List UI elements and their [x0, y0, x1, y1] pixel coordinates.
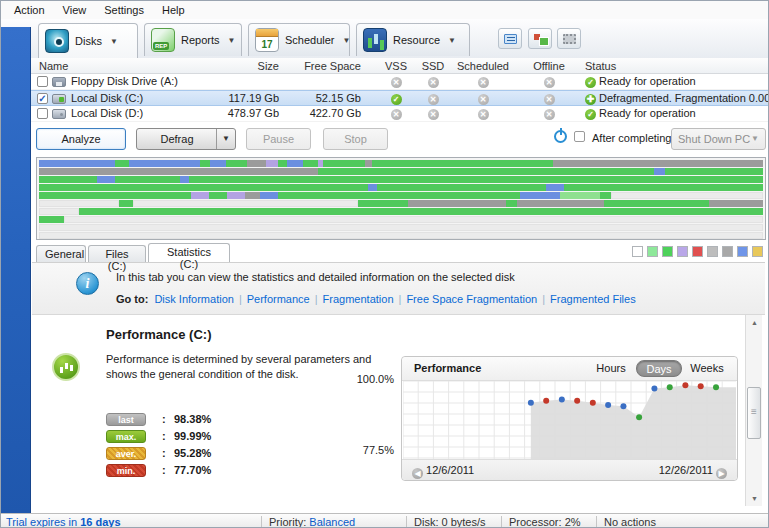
goto-link-disk-information[interactable]: Disk Information [154, 293, 233, 305]
legend-swatch-2[interactable] [662, 246, 673, 257]
defrag-button-label[interactable]: Defrag [137, 129, 217, 149]
floppy-icon [52, 77, 66, 87]
goto-link-free-space-fragmentation[interactable]: Free Space Fragmentation [406, 293, 537, 305]
drive-table: Name Size Free Space VSS SSD Scheduled O… [31, 58, 769, 122]
legend-swatch-6[interactable] [722, 246, 733, 257]
menu-action[interactable]: Action [5, 2, 54, 18]
legend-swatch-5[interactable] [707, 246, 718, 257]
col-vss[interactable]: VSS [383, 60, 409, 72]
period-button-weeks[interactable]: Weeks [684, 360, 730, 377]
not-available-icon: ✕ [478, 109, 489, 120]
y-axis-label-top: 100.0% [342, 373, 394, 385]
c-drive-icon [52, 94, 66, 104]
chevron-down-icon[interactable]: ▼ [228, 36, 236, 45]
goto-link-performance[interactable]: Performance [247, 293, 310, 305]
chevron-down-icon: ▼ [751, 129, 759, 149]
defrag-split-button[interactable]: Defrag ▼ [136, 128, 236, 150]
tab-resource[interactable]: Resource▼ [356, 23, 470, 56]
legend-swatch-1[interactable] [647, 246, 658, 257]
legend-swatch-4[interactable] [692, 246, 703, 257]
not-available-icon: ✕ [391, 109, 402, 120]
col-size[interactable]: Size [249, 60, 279, 72]
not-available-icon: ✕ [391, 77, 402, 88]
drive-free-space: 422.70 Gb [291, 107, 361, 119]
vertical-scrollbar[interactable]: ▲ ▼ [745, 315, 762, 506]
chevron-down-icon[interactable]: ▼ [110, 37, 118, 46]
chevron-down-icon[interactable]: ▼ [343, 36, 351, 45]
pause-button[interactable]: Pause [246, 128, 311, 150]
tab-general[interactable]: General [36, 245, 86, 262]
legend-swatch-8[interactable] [752, 246, 763, 257]
legend-swatch-7[interactable] [737, 246, 748, 257]
cluster-blocks-icon [534, 34, 547, 44]
period-button-hours[interactable]: Hours [588, 360, 634, 377]
scrollbar-thumb[interactable] [747, 387, 761, 439]
disks-gauge-icon [45, 29, 69, 53]
tab-statistics-c[interactable]: Statistics (C:) [148, 243, 230, 262]
goto-link-fragmented-files[interactable]: Fragmented Files [550, 293, 636, 305]
after-completing-select[interactable]: Shut Down PC ▼ [671, 128, 766, 150]
legend-swatch-3[interactable] [677, 246, 688, 257]
menu-settings[interactable]: Settings [95, 2, 153, 18]
period-button-days[interactable]: Days [636, 360, 682, 377]
performance-icon [52, 353, 80, 381]
table-row[interactable]: Floppy Disk Drive (A:)✕✕✕✕✓ Ready for op… [31, 74, 769, 90]
menu-view[interactable]: View [54, 2, 96, 18]
power-icon [554, 130, 567, 143]
menu-bar: ActionViewSettingsHelp [1, 1, 769, 19]
legend-swatch-0[interactable] [632, 246, 643, 257]
col-ssd[interactable]: SSD [420, 60, 446, 72]
check-icon: ✓ [585, 109, 596, 120]
check-icon: ✓ [391, 94, 402, 105]
prev-arrow-icon[interactable]: ◀ [412, 468, 423, 479]
tab-scheduler[interactable]: Scheduler▼ [248, 23, 350, 56]
drive-checkbox[interactable]: ✓ [37, 93, 48, 104]
chart-footer: ◀ 12/6/2011 12/26/2011 ▶ [402, 459, 737, 480]
after-completing-checkbox[interactable] [574, 131, 585, 142]
goto-link-fragmentation[interactable]: Fragmentation [323, 293, 394, 305]
drive-checkbox[interactable] [37, 108, 48, 119]
stat-value-last: 98.38% [174, 413, 211, 425]
disk-speed-status: Disk: 0 bytes/s [414, 516, 486, 528]
tab-files-c[interactable]: Files (C:) [88, 245, 146, 262]
scroll-up-icon[interactable]: ▲ [746, 315, 763, 330]
not-available-icon: ✕ [428, 77, 439, 88]
table-row[interactable]: Local Disk (D:)478.97 Gb422.70 Gb✕✕✕✕✓ R… [31, 106, 769, 122]
chart-header: Performance HoursDaysWeeks [402, 357, 737, 381]
drive-checkbox[interactable] [37, 76, 48, 87]
col-offline[interactable]: Offline [529, 60, 569, 72]
analyze-button[interactable]: Analyze [36, 128, 126, 150]
reports-document-icon [151, 28, 175, 52]
date-range-start: ◀ 12/6/2011 [412, 464, 474, 479]
menu-help[interactable]: Help [153, 2, 194, 18]
table-row[interactable]: ✓Local Disk (C:)117.19 Gb52.15 Gb✓✕✕✕✚ D… [31, 90, 769, 106]
col-name[interactable]: Name [39, 60, 68, 72]
not-available-icon: ✕ [544, 77, 555, 88]
cluster-map-row [39, 160, 763, 167]
cluster-map-row [39, 184, 763, 191]
chevron-down-icon[interactable]: ▼ [448, 36, 456, 45]
drive-size: 117.19 Gb [209, 92, 279, 104]
priority-status: Priority: Balanced [269, 516, 355, 528]
next-arrow-icon[interactable]: ▶ [716, 468, 727, 479]
scroll-down-icon[interactable]: ▼ [746, 491, 763, 506]
not-available-icon: ✕ [428, 109, 439, 120]
cluster-map-row [39, 168, 763, 175]
date-range-end: 12/26/2011 ▶ [659, 464, 727, 479]
tab-reports[interactable]: Reports▼ [144, 23, 242, 56]
info-icon: i [76, 272, 99, 295]
disk-cluster-map[interactable] [36, 157, 766, 240]
report-panel-icon-button[interactable] [498, 28, 522, 49]
drive-size: 478.97 Gb [209, 107, 279, 119]
stat-badge-last: last [106, 413, 146, 426]
settings-gear-icon-button[interactable] [557, 28, 581, 49]
defrag-dropdown-arrow[interactable]: ▼ [216, 129, 235, 149]
cluster-blocks-icon-button[interactable] [528, 28, 552, 49]
col-scheduled[interactable]: Scheduled [455, 60, 511, 72]
tab-disks[interactable]: Disks▼ [38, 23, 138, 58]
col-free-space[interactable]: Free Space [301, 60, 361, 72]
stat-badge-min: min. [106, 464, 146, 477]
chart-title: Performance [414, 362, 481, 374]
col-status[interactable]: Status [585, 60, 616, 72]
stop-button[interactable]: Stop [323, 128, 388, 150]
